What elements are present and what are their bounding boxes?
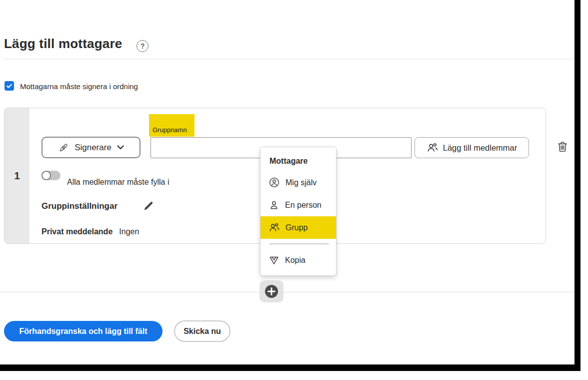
chevron-down-icon	[117, 145, 124, 150]
edit-pencil-icon[interactable]	[142, 199, 155, 212]
section-divider	[0, 292, 574, 292]
question-mark-glyph: ?	[140, 42, 145, 50]
toggle-knob	[42, 171, 51, 180]
send-icon	[268, 255, 280, 266]
check-icon	[6, 82, 13, 90]
add-members-label: Lägg till medlemmar	[443, 143, 518, 153]
private-message-value: Ingen	[119, 227, 139, 236]
send-now-button[interactable]: Skicka nu	[174, 320, 230, 342]
recipient-index: 1	[14, 170, 20, 182]
page-title: Lägg till mottagare	[4, 36, 122, 52]
menu-item-mig-sjalv[interactable]: Mig själv	[260, 171, 336, 194]
plus-icon	[264, 284, 278, 298]
menu-divider	[270, 243, 329, 244]
sign-order-label: Mottagarna måste signera i ordning	[20, 82, 138, 91]
menu-item-grupp[interactable]: Grupp	[260, 216, 336, 239]
preview-and-add-fields-button[interactable]: Förhandsgranska och lägg till fält	[4, 321, 162, 341]
recipient-index-strip: 1	[4, 108, 30, 243]
add-recipient-button[interactable]	[260, 280, 284, 302]
title-divider	[3, 59, 574, 59]
private-message-label: Privat meddelande	[42, 227, 112, 236]
group-icon	[268, 222, 280, 233]
private-message-row: Privat meddelandeIngen	[42, 227, 139, 236]
group-icon	[426, 142, 438, 154]
role-selector-button[interactable]: Signerare	[42, 137, 140, 158]
group-settings-label: Gruppinställningar	[42, 201, 118, 211]
window-frame-bottom	[0, 364, 580, 371]
add-members-button[interactable]: Lägg till medlemmar	[414, 137, 529, 158]
person-icon	[268, 200, 280, 211]
fill-order-toggle-label: Alla medlemmar måste fylla i	[67, 178, 170, 187]
trash-icon[interactable]	[556, 140, 569, 153]
add-recipients-screen: Lägg till mottagare ? Mottagarna måste s…	[0, 0, 588, 380]
menu-item-kopia[interactable]: Kopia	[260, 249, 336, 271]
sign-order-checkbox[interactable]	[4, 81, 14, 91]
menu-gap	[260, 167, 336, 171]
pen-icon	[58, 142, 69, 153]
menu-header: Mottagare	[260, 155, 336, 167]
role-selector-label: Signerare	[74, 143, 112, 153]
menu-item-en-person[interactable]: En person	[260, 194, 336, 216]
window-frame-right	[574, 0, 580, 371]
recipient-type-menu: Mottagare Mig själv En person	[260, 147, 336, 276]
fill-order-toggle[interactable]	[42, 171, 60, 180]
group-name-label: Gruppnamn	[149, 114, 194, 137]
help-icon[interactable]: ?	[136, 40, 148, 52]
person-circle-icon	[268, 177, 280, 188]
